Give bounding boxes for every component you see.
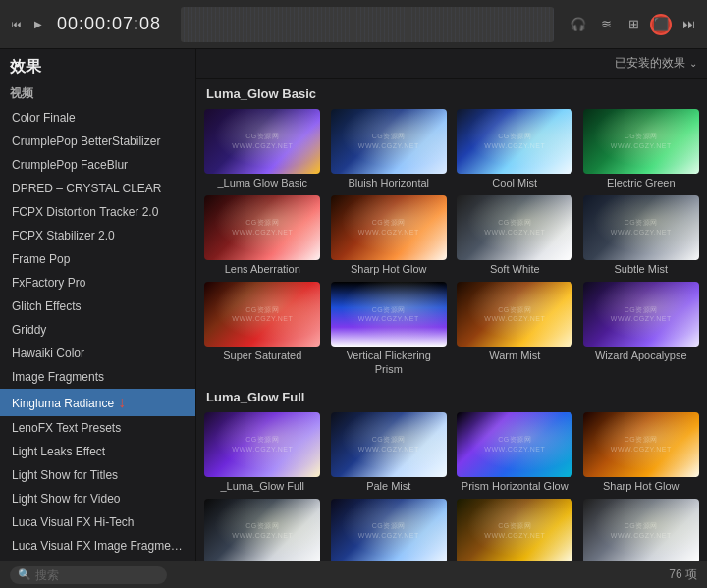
effect-label: Vertical Flickering Prism [335,349,443,375]
sidebar-item[interactable]: Glitch Effects [0,294,195,318]
sidebar-list: Color FinaleCrumplePop BetterStabilizerC… [0,104,195,561]
timecode-display: 00:00:07:08 [57,14,161,34]
headphone-icon[interactable]: 🎧 [568,14,589,35]
effect-item[interactable]: CG资源网WWW.CGZY.NETPrism Horizontal Glow [453,410,577,495]
item-count: 76 项 [669,566,697,583]
sidebar-item-label: Hawaiki Color [12,347,84,360]
sidebar-item[interactable]: FCPX Distortion Tracker 2.0 [0,200,195,224]
sidebar-item-label: FCPX Stabilizer 2.0 [12,229,115,242]
effect-thumbnail: CG资源网WWW.CGZY.NET [331,499,447,561]
installed-filter[interactable]: 已安装的效果 ⌄ [615,55,697,72]
effect-item[interactable]: CG资源网WWW.CGZY.NETSkewed Vertical [453,497,577,561]
effect-thumbnail: CG资源网WWW.CGZY.NET [331,109,447,174]
skip-forward-icon[interactable]: ⏭ [678,14,699,35]
watermark-text: CG资源网WWW.CGZY.NET [232,218,293,238]
sidebar-item[interactable]: Color Finale [0,106,195,130]
sidebar-item[interactable]: FCPX Stabilizer 2.0 [0,224,195,247]
sidebar-item[interactable]: Hawaiki Color [0,342,195,365]
effect-thumbnail: CG资源网WWW.CGZY.NET [583,499,699,561]
effect-item[interactable]: CG资源网WWW.CGZY.NETShimmering [327,497,452,561]
sidebar-item-label: CrumplePop BetterStabilizer [12,134,160,148]
effect-thumbnail: CG资源网WWW.CGZY.NET [331,195,447,260]
effect-item[interactable]: CG资源网WWW.CGZY.NETPale Mist [327,410,452,495]
effect-item[interactable]: CG资源网WWW.CGZY.NETSuper Saturated [200,280,325,377]
sidebar-item[interactable]: DPRED – CRYSTAL CLEAR [0,177,195,200]
search-icon: 🔍 [18,568,31,581]
effect-item[interactable]: CG资源网WWW.CGZY.NETSharp Hot Glow [579,410,704,495]
sidebar-item[interactable]: Frame Pop [0,247,195,271]
effect-item[interactable]: CG资源网WWW.CGZY.NET_Luma Glow Basic [200,107,325,191]
effect-item[interactable]: CG资源网WWW.CGZY.NETLens Aberration [200,193,325,278]
sidebar-item-label: Luca Visual FX Image Fragments [12,539,187,553]
effect-item[interactable]: CG资源网WWW.CGZY.NETWizard Apocalypse [579,280,704,377]
bottom-bar: 🔍 76 项 [0,561,707,588]
effect-item[interactable]: CG资源网WWW.CGZY.NETShimmering [200,497,325,561]
watermark-text: CG资源网WWW.CGZY.NET [358,305,419,325]
effect-item[interactable]: CG资源网WWW.CGZY.NETVertical Flickering Pri… [327,280,452,377]
watermark-overlay: CG资源网WWW.CGZY.NET [331,109,447,174]
sidebar-item-label: Luca Visual FX Hi-Tech [12,515,135,529]
search-container[interactable]: 🔍 [10,566,167,584]
watermark-overlay: CG资源网WWW.CGZY.NET [583,412,699,477]
sidebar-item[interactable]: Light Leaks Effect [0,440,195,463]
sidebar-item[interactable]: Kingluma Radiance ↓ [0,389,195,416]
sidebar-item-label: CrumplePop FaceBlur [12,158,128,172]
play-back-button[interactable]: ⏮ [8,16,26,33]
effect-label: Bluish Horizontal [348,177,429,189]
watermark-overlay: CG资源网WWW.CGZY.NET [583,195,699,260]
watermark-overlay: CG资源网WWW.CGZY.NET [583,282,699,347]
effects-browser-icon[interactable]: ⬛ [650,14,672,35]
watermark-text: CG资源网WWW.CGZY.NET [232,132,293,151]
effect-item[interactable]: CG资源网WWW.CGZY.NETSoft White [453,193,577,278]
effect-item[interactable]: CG资源网WWW.CGZY.NETWarm Mist [453,280,577,377]
watermark-overlay: CG资源网WWW.CGZY.NET [457,412,572,477]
effect-thumbnail: CG资源网WWW.CGZY.NET [204,109,320,174]
effects-content[interactable]: 已安装的效果 ⌄ Luma_Glow BasicCG资源网WWW.CGZY.NE… [196,49,707,561]
sidebar-item-label: Image Fragments [12,370,104,384]
watermark-text: CG资源网WWW.CGZY.NET [611,305,672,325]
sidebar-item[interactable]: Griddy [0,318,195,342]
sidebar-item-label: Light Show for Titles [12,468,118,482]
effect-label: Lens Aberration [225,263,300,276]
effect-label: Prism Horizontal Glow [462,480,569,493]
effect-label: Sharp Hot Glow [603,480,680,493]
watermark-overlay: CG资源网WWW.CGZY.NET [583,109,699,174]
effect-label: _Luma Glow Basic [217,177,307,189]
search-input[interactable] [35,568,159,582]
watermark-overlay: CG资源网WWW.CGZY.NET [331,412,447,477]
grid-icon[interactable]: ⊞ [623,14,644,35]
play-button[interactable]: ▶ [29,16,47,33]
effect-item[interactable]: CG资源网WWW.CGZY.NET_Luma_Glow Full [200,410,325,495]
sidebar-item[interactable]: CrumplePop FaceBlur [0,153,195,177]
sidebar-item-label: DPRED – CRYSTAL CLEAR [12,182,162,195]
effect-label: Pale Mist [366,480,410,493]
waveform-icon[interactable]: ≋ [595,14,617,35]
sidebar-item[interactable]: LenoFX Text Presets [0,416,195,440]
effect-item[interactable]: CG资源网WWW.CGZY.NETBluish Horizontal [327,107,452,191]
watermark-text: CG资源网WWW.CGZY.NET [358,521,419,541]
watermark-overlay: CG资源网WWW.CGZY.NET [331,195,447,260]
watermark-text: CG资源网WWW.CGZY.NET [484,435,545,454]
effect-item[interactable]: CG资源网WWW.CGZY.NETSubtle Mist [579,193,704,278]
timeline-area[interactable] [181,7,554,42]
sidebar-item[interactable]: Light Show for Video [0,487,195,510]
effect-item[interactable]: CG资源网WWW.CGZY.NETSoft Bright White [579,497,704,561]
effect-item[interactable]: CG资源网WWW.CGZY.NETElectric Green [579,107,704,191]
sidebar: 效果 视频 Color FinaleCrumplePop BetterStabi… [0,49,196,561]
section-title: Luma_Glow Full [196,382,707,410]
watermark-text: CG资源网WWW.CGZY.NET [611,435,672,454]
effect-item[interactable]: CG资源网WWW.CGZY.NETSharp Hot Glow [327,193,452,278]
content-header: 已安装的效果 ⌄ [196,49,707,79]
sidebar-item[interactable]: Light Show for Titles [0,463,195,487]
effect-thumbnail: CG资源网WWW.CGZY.NET [331,412,447,477]
sidebar-item[interactable]: CrumplePop BetterStabilizer [0,130,195,153]
sidebar-item[interactable]: Luca Visual FX Hi-Tech [0,510,195,534]
effect-label: Warm Mist [489,349,540,362]
effect-item[interactable]: CG资源网WWW.CGZY.NETCool Mist [453,107,577,191]
watermark-overlay: CG资源网WWW.CGZY.NET [457,109,572,174]
sidebar-item[interactable]: Luca Visual FX Image Fragments [0,534,195,558]
sidebar-item[interactable]: FxFactory Pro [0,271,195,294]
sidebar-item[interactable]: Image Fragments [0,365,195,389]
effect-thumbnail: CG资源网WWW.CGZY.NET [457,282,572,347]
effect-label: Subtle Mist [615,263,668,276]
